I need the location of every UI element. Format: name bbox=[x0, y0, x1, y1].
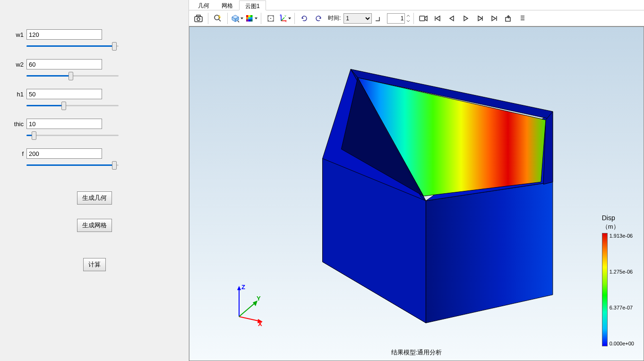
svg-marker-40 bbox=[237, 286, 241, 290]
param-input-w2[interactable] bbox=[26, 59, 102, 69]
param-input-w1[interactable] bbox=[26, 29, 102, 40]
param-slider-w1[interactable] bbox=[26, 45, 119, 47]
viewport-toolbar: ZXY 时间: 1 bbox=[189, 10, 644, 26]
svg-line-18 bbox=[281, 17, 284, 21]
svg-text:X: X bbox=[258, 320, 262, 326]
export-icon[interactable] bbox=[502, 12, 515, 25]
param-label-w1: w1 bbox=[9, 31, 24, 38]
svg-point-15 bbox=[270, 18, 271, 19]
status-label: 结果模型:通用分析 bbox=[391, 348, 442, 357]
svg-rect-22 bbox=[420, 16, 425, 21]
svg-line-41 bbox=[239, 317, 260, 321]
param-input-thic[interactable] bbox=[26, 119, 102, 129]
skip-last-icon[interactable] bbox=[488, 12, 501, 25]
param-label-f: f bbox=[9, 150, 24, 157]
svg-rect-8 bbox=[246, 17, 249, 19]
param-slider-h1[interactable] bbox=[26, 105, 119, 106]
skip-first-icon[interactable] bbox=[431, 12, 444, 25]
svg-rect-9 bbox=[249, 17, 251, 19]
svg-marker-32 bbox=[426, 182, 552, 323]
param-slider-w2[interactable] bbox=[26, 75, 119, 77]
svg-rect-6 bbox=[249, 15, 251, 17]
svg-rect-26 bbox=[506, 17, 510, 21]
legend-tick: 0.000e+00 bbox=[610, 341, 634, 346]
legend-tick: 1.913e-06 bbox=[610, 233, 634, 239]
svg-point-3 bbox=[215, 15, 219, 20]
param-label-h1: h1 bbox=[9, 91, 24, 98]
time-select[interactable]: 1 bbox=[343, 13, 372, 24]
legend-title: Disp bbox=[602, 214, 634, 222]
svg-point-1 bbox=[197, 17, 200, 20]
svg-text:Y: Y bbox=[257, 295, 261, 302]
param-input-f[interactable] bbox=[26, 148, 102, 159]
rotate-cw-icon[interactable] bbox=[312, 12, 325, 25]
svg-rect-0 bbox=[195, 17, 202, 22]
viewport-tabs: 几何网格云图1 bbox=[189, 0, 644, 10]
generate-geometry-button[interactable]: 生成几何 bbox=[77, 191, 112, 205]
svg-line-4 bbox=[219, 19, 221, 21]
compute-button[interactable]: 计算 bbox=[83, 258, 106, 271]
rotate-ccw-icon[interactable] bbox=[298, 12, 311, 25]
time-label: 时间: bbox=[328, 14, 341, 22]
fit-view-icon[interactable] bbox=[264, 12, 277, 25]
svg-rect-13 bbox=[250, 19, 253, 22]
param-label-thic: thic bbox=[9, 120, 24, 128]
color-cube-icon[interactable] bbox=[245, 12, 258, 25]
svg-rect-5 bbox=[246, 15, 249, 17]
svg-text:Z: Z bbox=[241, 284, 245, 291]
play-icon[interactable] bbox=[459, 12, 472, 25]
viewport-3d[interactable]: Z X Y Disp （m） 1.913e-061.275e-066.377e-… bbox=[189, 26, 644, 361]
generate-mesh-button[interactable]: 生成网格 bbox=[77, 219, 112, 232]
svg-rect-14 bbox=[268, 16, 274, 21]
svg-line-43 bbox=[239, 302, 256, 317]
more-icon[interactable] bbox=[516, 12, 529, 25]
svg-text:Y: Y bbox=[284, 15, 286, 17]
step-back-icon[interactable] bbox=[445, 12, 458, 25]
step-input[interactable] bbox=[387, 13, 405, 24]
svg-rect-11 bbox=[246, 19, 249, 22]
svg-text:X: X bbox=[285, 20, 287, 23]
param-input-h1[interactable] bbox=[26, 89, 102, 99]
param-slider-f[interactable] bbox=[26, 164, 119, 166]
zoom-lightning-icon[interactable] bbox=[211, 12, 224, 25]
tab-0[interactable]: 几何 bbox=[192, 0, 215, 10]
pick-face-icon[interactable] bbox=[231, 12, 244, 25]
svg-rect-10 bbox=[250, 17, 253, 19]
svg-rect-12 bbox=[249, 19, 251, 22]
orientation-triad: Z X Y bbox=[232, 284, 265, 327]
legend-tick: 6.377e-07 bbox=[610, 305, 634, 310]
legend-tick: 1.275e-06 bbox=[610, 269, 634, 275]
legend-gradient bbox=[602, 233, 608, 346]
legend-unit: （m） bbox=[602, 223, 634, 231]
svg-rect-7 bbox=[250, 15, 253, 17]
screenshot-icon[interactable] bbox=[192, 12, 205, 25]
sidebar: w1w2h1thicf 生成几何 生成网格 计算 bbox=[0, 0, 189, 361]
main-area: 几何网格云图1 ZXY 时间: 1 bbox=[189, 0, 644, 361]
tab-2[interactable]: 云图1 bbox=[239, 0, 266, 10]
tab-1[interactable]: 网格 bbox=[215, 0, 239, 10]
param-slider-thic[interactable] bbox=[26, 135, 119, 136]
svg-rect-2 bbox=[197, 15, 200, 17]
color-legend: Disp （m） 1.913e-061.275e-066.377e-070.00… bbox=[602, 214, 634, 346]
param-label-w2: w2 bbox=[9, 61, 24, 68]
svg-text:Z: Z bbox=[280, 14, 282, 17]
record-icon[interactable] bbox=[417, 12, 430, 25]
axes-icon[interactable]: ZXY bbox=[278, 12, 292, 25]
step-forward-icon[interactable] bbox=[473, 12, 487, 25]
